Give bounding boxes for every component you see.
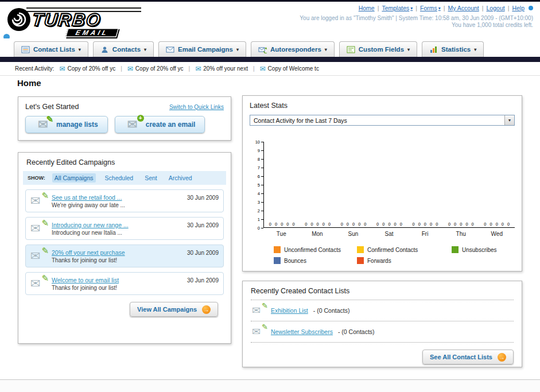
chart-day-group: 00000: [300, 222, 335, 227]
campaign-title-link[interactable]: Welcome to our email list: [52, 277, 182, 284]
chart-value-labels: 00000: [412, 222, 438, 227]
switch-quick-links-link[interactable]: Switch to Quick Links: [169, 104, 224, 110]
stats-period-select[interactable]: Contact Activity for the Last 7 Days ▼: [250, 115, 515, 126]
chart-x-axis: TueMonSunSatFriThuWed: [263, 231, 515, 237]
pencil-icon: ✎: [262, 301, 268, 310]
envelope-icon: ✉: [127, 66, 133, 72]
campaign-list-item[interactable]: ✉ ✎ Introducing our new range ... Introd…: [25, 217, 224, 240]
get-started-panel: Let's Get Started Switch to Quick Links …: [18, 96, 231, 141]
nav-tab-label: Statistics: [441, 46, 471, 53]
manage-lists-label: manage lists: [56, 121, 98, 129]
envelope-icon: ✉: [252, 305, 261, 316]
legend-item: Unconfirmed Contacts: [274, 246, 357, 253]
campaign-date: 30 Jun 2009: [187, 195, 219, 201]
legend-label: Confirmed Contacts: [367, 247, 418, 253]
legend-swatch: [357, 257, 364, 264]
statistics-icon: [429, 46, 438, 53]
campaign-filter-bar: SHOW: All Campaigns Scheduled Sent Archi…: [23, 171, 226, 185]
edit-list-icon: ✉ ✎: [35, 118, 51, 131]
top-link-label: Templates: [382, 5, 409, 11]
legend-item: Bounces: [274, 257, 357, 264]
dropdown-arrow-icon: ▾: [407, 47, 410, 52]
nav-tab-contact-lists[interactable]: Contact Lists ▾: [14, 41, 88, 57]
contact-list-link[interactable]: Newsletter Subscribers: [271, 328, 333, 335]
filter-scheduled[interactable]: Scheduled: [103, 173, 136, 183]
y-axis-tick: 10: [255, 139, 263, 144]
create-email-label: create an email: [146, 121, 196, 129]
filter-all-campaigns[interactable]: All Campaigns: [52, 173, 96, 183]
recent-activity-label: Recent Activity:: [15, 65, 54, 72]
contacts-icon: [100, 46, 109, 53]
y-axis-tick: 1: [258, 217, 263, 222]
nav-tab-contacts[interactable]: Contacts ▾: [93, 41, 154, 57]
nav-tab-email-campaigns[interactable]: Email Campaigns ▾: [158, 41, 246, 57]
nav-tab-statistics[interactable]: Statistics ▾: [422, 41, 484, 57]
edit-campaign-icon: ✉ ✎: [30, 222, 46, 235]
chart-day-group: 00000: [336, 222, 371, 227]
nav-tab-custom-fields[interactable]: Custom Fields ▾: [339, 41, 417, 57]
top-link-my-account[interactable]: My Account: [448, 5, 479, 11]
dropdown-arrow-icon: ▾: [410, 6, 413, 11]
top-link-logout[interactable]: Logout: [487, 5, 505, 11]
x-axis-label: Tue: [263, 231, 300, 237]
filter-sent[interactable]: Sent: [142, 173, 160, 183]
nav-tab-label: Autoresponders: [270, 46, 321, 53]
chart-day-group: 00000: [264, 222, 300, 227]
pencil-icon: ✎: [46, 114, 53, 125]
top-link-templates[interactable]: Templates▾: [382, 5, 413, 11]
campaign-subtitle: Thanks for joining our list!: [52, 285, 182, 291]
contact-list-detail: - (0 Contacts): [338, 328, 375, 335]
edit-list-icon: ✉ ✎: [252, 305, 266, 316]
nav-tab-label: Contacts: [112, 46, 141, 53]
recent-activity-item[interactable]: ✉ 20% off your next: [195, 65, 248, 72]
chart-value-labels: 00000: [269, 222, 295, 227]
recent-activity-item[interactable]: ✉ Copy of 20% off yc: [127, 65, 184, 72]
show-label: SHOW:: [28, 175, 45, 181]
legend-swatch: [452, 246, 459, 253]
y-axis-tick: 2: [258, 208, 263, 213]
pencil-icon: ✎: [262, 323, 268, 331]
logo-text-email: EMAIL: [65, 28, 119, 37]
see-all-contact-lists-button[interactable]: See All Contact Lists →: [422, 350, 514, 364]
view-all-campaigns-button[interactable]: View All Campaigns →: [130, 302, 218, 317]
campaign-list-item[interactable]: ✉ ✎ Welcome to our email list Thanks for…: [25, 272, 224, 295]
contact-list-detail: - (0 Contacts): [313, 307, 350, 314]
x-axis-label: Thu: [443, 231, 479, 237]
x-axis-label: Mon: [300, 231, 336, 237]
custom-fields-icon: [347, 46, 355, 53]
chart-day-group: 00000: [407, 222, 443, 227]
legend-label: Unconfirmed Contacts: [284, 247, 341, 253]
nav-tab-autoresponders[interactable]: Autoresponders ▾: [251, 41, 335, 57]
pencil-icon: ✎: [41, 273, 49, 284]
recent-activity-item[interactable]: ✉ Copy of 20% off yc: [59, 65, 115, 72]
campaign-title-link[interactable]: Introducing our new range ...: [52, 222, 182, 228]
dropdown-arrow-icon: ▾: [236, 47, 239, 52]
contact-list-link[interactable]: Exhibition List: [271, 307, 308, 314]
top-link-help[interactable]: Help: [512, 5, 525, 11]
see-all-contact-lists-label: See All Contact Lists: [430, 354, 492, 360]
top-link-forms[interactable]: Forms▾: [420, 5, 441, 11]
separator: |: [253, 65, 255, 72]
legend-item: Forwards: [357, 257, 452, 264]
top-link-home[interactable]: Home: [359, 5, 375, 11]
campaign-title-link[interactable]: See us at the retail food ...: [52, 194, 182, 201]
campaign-list-item[interactable]: ✉ ✎ 20% off your next purchase Thanks fo…: [25, 244, 224, 267]
contact-list-item[interactable]: ✉ ✎ Exhibition List - (0 Contacts): [251, 300, 514, 321]
recent-activity-item[interactable]: ✉ Copy of Welcome tc: [260, 65, 319, 72]
chart-value-labels: 00000: [448, 222, 474, 227]
chart-value-labels: 00000: [341, 222, 367, 227]
legend-label: Unsubscribes: [462, 247, 497, 253]
chart-day-group: 00000: [371, 222, 407, 227]
campaign-list-item[interactable]: ✉ ✎ See us at the retail food ... We're …: [25, 189, 224, 212]
contact-list-item[interactable]: ✉ ✎ Newsletter Subscribers - (0 Contacts…: [251, 321, 514, 343]
contact-lists-icon: [21, 46, 30, 53]
recent-campaigns-panel: Recently Edited Campaigns SHOW: All Camp…: [18, 152, 231, 344]
login-info: You are logged in as "Timothy Smith" | S…: [300, 15, 533, 21]
create-email-button[interactable]: ✉ + create an email: [115, 116, 205, 133]
select-arrow-icon: ▼: [504, 115, 514, 125]
edit-campaign-icon: ✉ ✎: [30, 195, 46, 207]
envelope-icon: ✉: [30, 194, 41, 207]
campaign-title-link[interactable]: 20% off your next purchase: [52, 249, 182, 256]
filter-archived[interactable]: Archived: [166, 173, 195, 183]
manage-lists-button[interactable]: ✉ ✎ manage lists: [25, 116, 108, 133]
